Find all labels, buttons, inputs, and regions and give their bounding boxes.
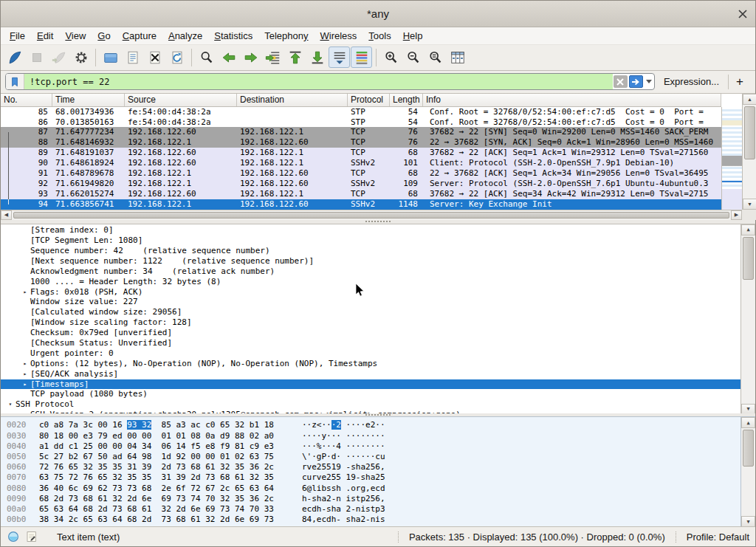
menu-file[interactable]: File — [4, 29, 31, 43]
column-header-info[interactable]: Info — [423, 94, 721, 106]
wireshark-fin-start-button[interactable] — [4, 47, 25, 68]
menu-view[interactable]: View — [59, 29, 92, 43]
packet-row[interactable]: 9471.663856741192.168.122.1192.168.122.6… — [1, 199, 721, 210]
detail-line[interactable]: Window size value: 227 — [1, 297, 742, 307]
filter-clear-button[interactable] — [614, 75, 628, 88]
expert-info-icon[interactable] — [7, 530, 20, 543]
resize-columns-button[interactable] — [447, 47, 468, 68]
expander-collapsed-icon[interactable]: ▸ — [20, 369, 30, 379]
detail-line[interactable]: 1000 .... = Header Length: 32 bytes (8) — [1, 277, 742, 287]
go-back-button[interactable] — [218, 47, 239, 68]
packet-row[interactable]: 9271.661949820192.168.122.1192.168.122.6… — [1, 179, 721, 189]
filter-bookmark-button[interactable] — [6, 74, 24, 89]
scrollbar-thumb[interactable] — [13, 212, 729, 219]
detail-line[interactable]: [Stream index: 0] — [1, 225, 742, 235]
expander-collapsed-icon[interactable]: ▸ — [20, 379, 30, 390]
expression-button[interactable]: Expression... — [655, 76, 728, 87]
go-to-packet-button[interactable] — [262, 47, 284, 68]
scroll-right-arrow[interactable]: ▶ — [731, 210, 742, 220]
expander-collapsed-icon[interactable]: ▸ — [20, 287, 30, 297]
hex-row[interactable]: 008036 40 6c 69 62 73 73 68 2e 6f 72 67 … — [7, 484, 755, 494]
menu-statistics[interactable]: Statistics — [208, 29, 258, 43]
open-file-button[interactable] — [100, 47, 121, 68]
hex-row[interactable]: 0020c0 a8 7a 3c 00 16 93 32 85 a3 ac c0 … — [7, 420, 755, 430]
scrollbar-thumb[interactable] — [744, 106, 755, 159]
restart-capture-button[interactable] — [48, 47, 69, 68]
go-forward-button[interactable] — [240, 47, 261, 68]
detail-line[interactable]: ▸Options: (12 bytes), No-Operation (NOP)… — [1, 359, 742, 369]
hex-row[interactable]: 00a065 63 64 68 2d 73 68 61 32 2d 6e 69 … — [7, 504, 755, 515]
hex-row[interactable]: 00b038 34 2c 65 63 64 68 2d 73 68 61 32 … — [7, 515, 755, 525]
expander-collapsed-icon[interactable]: ▸ — [20, 410, 30, 413]
find-packet-button[interactable] — [196, 47, 217, 68]
packet-list-minimap[interactable] — [721, 107, 742, 210]
add-filter-button[interactable]: + — [728, 75, 751, 89]
zoom-100-button[interactable] — [425, 47, 446, 68]
packet-row[interactable]: 8568.001734936fe:54:00:d4:38:2aSTP54Conf… — [1, 107, 721, 117]
go-bottom-button[interactable] — [306, 47, 328, 68]
detail-line[interactable]: Sequence number: 42 (relative sequence n… — [1, 246, 742, 256]
detail-line[interactable]: [Calculated window size: 29056] — [1, 307, 742, 317]
menu-capture[interactable]: Capture — [117, 29, 162, 43]
hex-row[interactable]: 006072 76 65 32 35 35 31 39 2d 73 68 61 … — [7, 462, 755, 472]
detail-line[interactable]: [TCP Segment Len: 1080] — [1, 235, 742, 246]
scrollbar-thumb[interactable] — [743, 237, 754, 280]
detail-line[interactable]: TCP payload (1080 bytes) — [1, 389, 742, 399]
menu-edit[interactable]: Edit — [31, 29, 59, 43]
packet-row[interactable]: 9371.662015274192.168.122.60192.168.122.… — [1, 189, 721, 199]
scroll-down-arrow[interactable]: ▼ — [741, 516, 755, 526]
reload-file-button[interactable] — [166, 47, 188, 68]
detail-line[interactable]: Acknowledgment number: 34 (relative ack … — [1, 266, 742, 277]
hex-row[interactable]: 003080 18 00 e3 79 ed 00 00 01 01 08 0a … — [7, 431, 755, 441]
filter-text-field[interactable] — [24, 74, 613, 89]
scroll-left-arrow[interactable]: ◀ — [1, 210, 12, 220]
column-header-dst[interactable]: Destination — [237, 94, 348, 106]
save-file-button[interactable] — [122, 47, 143, 68]
hex-row[interactable]: 007063 75 72 76 65 32 35 35 31 39 2d 73 … — [7, 472, 755, 483]
detail-line[interactable]: [Window size scaling factor: 128] — [1, 317, 742, 328]
detail-line[interactable]: Checksum: 0x79ed [unverified] — [1, 328, 742, 338]
column-header-src[interactable]: Source — [125, 94, 237, 106]
menu-tools[interactable]: Tools — [362, 29, 396, 43]
auto-scroll-button[interactable] — [329, 47, 350, 68]
detail-line[interactable]: ▸SSH Version 2 (encryption:chacha20-poly… — [1, 410, 742, 413]
menu-telephony[interactable]: Telephony — [258, 29, 314, 43]
packet-row[interactable]: 8871.648146932192.168.122.1192.168.122.6… — [1, 137, 721, 148]
detail-line[interactable]: ▸Flags: 0x018 (PSH, ACK) — [1, 287, 742, 297]
detail-line[interactable]: [Checksum Status: Unverified] — [1, 338, 742, 348]
detail-line[interactable]: [Next sequence number: 1122 (relative se… — [1, 256, 742, 266]
colorize-button[interactable] — [351, 47, 372, 68]
scroll-up-arrow[interactable]: ▲ — [741, 224, 755, 235]
detail-line[interactable]: ▸[SEQ/ACK analysis] — [1, 369, 742, 379]
expander-expanded-icon[interactable]: ▾ — [5, 399, 16, 410]
zoom-out-button[interactable] — [402, 47, 424, 68]
filter-apply-button[interactable] — [629, 75, 643, 88]
scroll-down-arrow[interactable]: ▼ — [743, 199, 756, 210]
capture-options-button[interactable] — [70, 47, 92, 68]
menu-wireless[interactable]: Wireless — [315, 29, 363, 43]
detail-line[interactable]: ▸[Timestamps] — [1, 379, 742, 390]
packet-row[interactable]: 9071.648618924192.168.122.60192.168.122.… — [1, 158, 721, 168]
detail-line[interactable]: Urgent pointer: 0 — [1, 348, 742, 359]
capture-comment-icon[interactable] — [25, 530, 38, 543]
scroll-up-arrow[interactable]: ▲ — [743, 94, 756, 105]
detail-line[interactable]: ▾SSH Protocol — [1, 399, 742, 410]
go-top-button[interactable] — [284, 47, 306, 68]
column-header-time[interactable]: Time — [52, 94, 125, 106]
packet-row[interactable]: 9171.648789678192.168.122.1192.168.122.6… — [1, 168, 721, 179]
zoom-in-button[interactable] — [380, 47, 402, 68]
stop-capture-button[interactable] — [26, 47, 47, 68]
packet-row[interactable]: 8771.647777234192.168.122.60192.168.122.… — [1, 127, 721, 137]
scroll-down-arrow[interactable]: ▼ — [741, 404, 755, 413]
expander-collapsed-icon[interactable]: ▸ — [20, 359, 30, 369]
menu-go[interactable]: Go — [92, 29, 116, 43]
packet-row[interactable]: 8971.648191037192.168.122.60192.168.122.… — [1, 148, 721, 158]
menu-help[interactable]: Help — [397, 29, 429, 43]
close-file-button[interactable] — [144, 47, 165, 68]
hex-row[interactable]: 0040a1 dd c1 25 00 00 04 34 06 14 f5 e8 … — [7, 441, 755, 452]
hex-row[interactable]: 009068 2d 73 68 61 32 2d 6e 69 73 74 70 … — [7, 494, 755, 504]
packet-row[interactable]: 8670.013850163fe:54:00:d4:38:2aSTP54Conf… — [1, 117, 721, 128]
menu-analyze[interactable]: Analyze — [162, 29, 208, 43]
column-header-no[interactable]: No. — [1, 94, 52, 106]
scrollbar-thumb[interactable] — [743, 430, 754, 467]
